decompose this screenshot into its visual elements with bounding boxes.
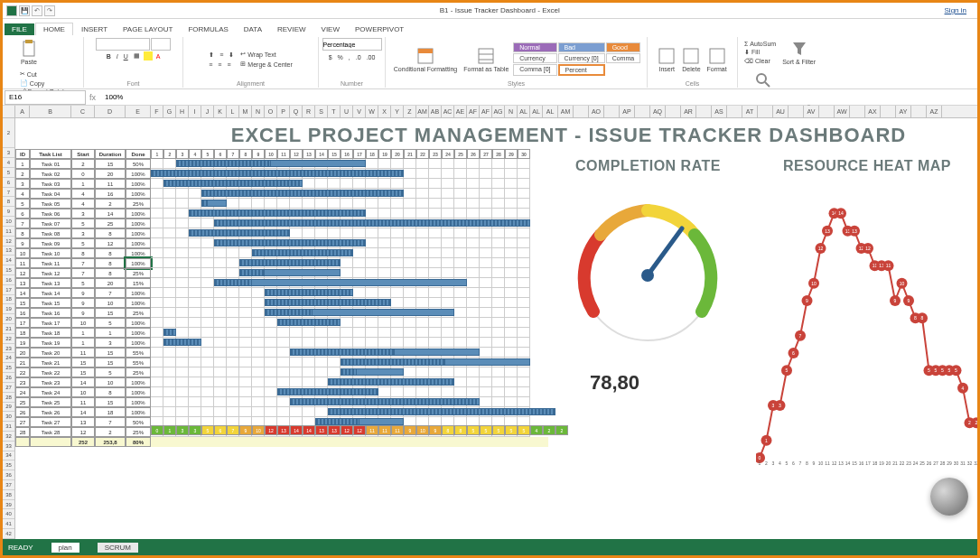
sheet-tab-plan[interactable]: plan	[51, 543, 79, 553]
delete-cells-button[interactable]: Delete	[680, 45, 702, 74]
task-row[interactable]: 13Task 1352015%	[15, 278, 548, 288]
tab-insert[interactable]: INSERT	[74, 23, 115, 35]
signin-link[interactable]: Sign in	[945, 6, 966, 14]
excel-icon[interactable]	[6, 5, 17, 16]
align-center-icon[interactable]: ≡	[216, 60, 223, 69]
task-row[interactable]: 17Task 17105100%	[15, 318, 548, 328]
task-row[interactable]: 26Task 261418100%	[15, 407, 548, 417]
percent-icon[interactable]: %	[336, 53, 345, 61]
comma-icon[interactable]: ,	[347, 53, 352, 61]
task-row[interactable]: 4Task 04416100%	[15, 189, 548, 199]
svg-text:13: 13	[838, 460, 844, 466]
group-styles: Styles	[390, 80, 642, 87]
tab-powerpivot[interactable]: POWERPIVOT	[348, 23, 411, 35]
status-bar: READY plan SCRUM	[3, 539, 977, 555]
name-box[interactable]	[5, 90, 86, 105]
format-as-table-button[interactable]: Format as Table	[462, 45, 510, 74]
merge-center-button[interactable]: ⊞ Merge & Center	[238, 60, 294, 69]
task-row[interactable]: 21Task 21151555%	[15, 358, 548, 367]
task-row[interactable]: 8Task 0838100%	[15, 228, 548, 238]
task-row[interactable]: 18Task 1811100%	[15, 328, 548, 338]
cut-button[interactable]: ✂ Cut	[18, 70, 71, 79]
task-row[interactable]: 22Task 2215525%	[15, 367, 548, 377]
task-row[interactable]: 15Task 15910100%	[15, 298, 548, 308]
task-row[interactable]: 2Task 02020100%	[15, 169, 548, 179]
tab-page-layout[interactable]: PAGE LAYOUT	[116, 23, 180, 35]
task-row[interactable]: 9Task 09512100%	[15, 238, 548, 248]
task-row[interactable]: 25Task 251115100%	[15, 397, 548, 407]
align-mid-icon[interactable]: ≡	[218, 51, 225, 60]
paste-button[interactable]: Paste	[18, 38, 40, 67]
task-row[interactable]: 20Task 20111555%	[15, 348, 548, 358]
tab-data[interactable]: DATA	[237, 23, 269, 35]
style-currency[interactable]: Currency	[513, 53, 556, 63]
task-row[interactable]: 10Task 1088100%	[15, 248, 548, 258]
style-comma0[interactable]: Comma [0]	[513, 64, 556, 76]
tab-file[interactable]: FILE	[5, 23, 34, 35]
border-button[interactable]: ▦	[132, 51, 142, 60]
tab-formulas[interactable]: FORMULAS	[181, 23, 235, 35]
font-size-input[interactable]	[151, 38, 171, 51]
svg-text:33: 33	[974, 460, 977, 466]
align-left-icon[interactable]: ≡	[207, 60, 214, 69]
style-percent[interactable]: Percent	[558, 64, 605, 76]
tab-view[interactable]: VIEW	[314, 23, 347, 35]
svg-text:27: 27	[933, 460, 938, 466]
number-format-select[interactable]	[322, 38, 382, 51]
formula-input[interactable]	[101, 90, 977, 105]
worksheet[interactable]: 2345678910111213141516171819202122232425…	[3, 118, 977, 539]
task-row[interactable]: 7Task 07525100%	[15, 219, 548, 228]
task-row[interactable]: 12Task 127825%	[15, 268, 548, 278]
style-bad[interactable]: Bad	[558, 42, 605, 52]
align-bot-icon[interactable]: ⬇	[227, 51, 236, 60]
group-number: Number	[323, 80, 380, 87]
task-row[interactable]: 3Task 03111100%	[15, 179, 548, 189]
conditional-formatting-button[interactable]: Conditional Formatting	[392, 45, 459, 74]
font-color-button[interactable]: A	[154, 51, 163, 60]
task-row[interactable]: 6Task 06314100%	[15, 209, 548, 219]
fill-color-button[interactable]	[144, 51, 153, 60]
task-row[interactable]: 1Task 0121550%	[15, 159, 548, 169]
currency-icon[interactable]: $	[327, 53, 334, 61]
format-cells-button[interactable]: Format	[705, 45, 729, 74]
sheet-tab-scrum[interactable]: SCRUM	[98, 543, 138, 553]
font-face-input[interactable]	[96, 38, 150, 51]
align-right-icon[interactable]: ≡	[225, 60, 232, 69]
clear-button[interactable]: ⌫ Clear	[742, 57, 778, 66]
fx-icon[interactable]: fx	[86, 93, 99, 102]
tab-review[interactable]: REVIEW	[270, 23, 313, 35]
italic-button[interactable]: I	[115, 51, 120, 60]
save-icon[interactable]: 💾	[19, 5, 30, 16]
column-headers[interactable]: ABCDEFGHIJKLMNOPQRSTUVWXYZAMABACAEAFAFAG…	[3, 106, 977, 118]
undo-icon[interactable]: ↶	[32, 5, 42, 16]
tab-home[interactable]: HOME	[35, 23, 73, 35]
bold-button[interactable]: B	[105, 51, 113, 60]
style-normal[interactable]: Normal	[513, 42, 556, 52]
style-currency0[interactable]: Currency [0]	[558, 53, 605, 63]
task-row[interactable]: 14Task 1497100%	[15, 288, 548, 298]
insert-cells-button[interactable]: Insert	[656, 45, 677, 74]
task-row[interactable]: 11Task 1178100%	[15, 258, 548, 268]
align-top-icon[interactable]: ⬆	[207, 51, 216, 60]
style-comma[interactable]: Comma	[606, 53, 641, 63]
svg-text:14: 14	[838, 210, 844, 216]
task-row[interactable]: 16Task 1691525%	[15, 308, 548, 318]
task-row[interactable]: 19Task 1913100%	[15, 338, 548, 348]
copy-button[interactable]: 📄 Copy	[18, 79, 71, 88]
record-button-icon[interactable]	[930, 478, 968, 516]
fill-button[interactable]: ⬇ Fill	[742, 48, 778, 57]
inc-decimal-icon[interactable]: .0	[354, 53, 363, 61]
dec-decimal-icon[interactable]: .00	[365, 53, 378, 61]
svg-text:9: 9	[894, 298, 897, 303]
autosum-button[interactable]: Σ AutoSum	[742, 40, 778, 48]
sort-filter-button[interactable]: Sort & Filter	[780, 38, 817, 67]
underline-button[interactable]: U	[122, 51, 130, 60]
task-row[interactable]: 5Task 054225%	[15, 199, 548, 209]
task-row[interactable]: 24Task 24108100%	[15, 387, 548, 397]
style-good[interactable]: Good	[606, 42, 641, 52]
task-row[interactable]: 23Task 231410100%	[15, 377, 548, 387]
svg-rect-2	[25, 40, 33, 43]
row-headers[interactable]: 2345678910111213141516171819202122232425…	[3, 118, 15, 539]
wrap-text-button[interactable]: ↩ Wrap Text	[238, 50, 294, 59]
redo-icon[interactable]: ↷	[44, 5, 55, 16]
